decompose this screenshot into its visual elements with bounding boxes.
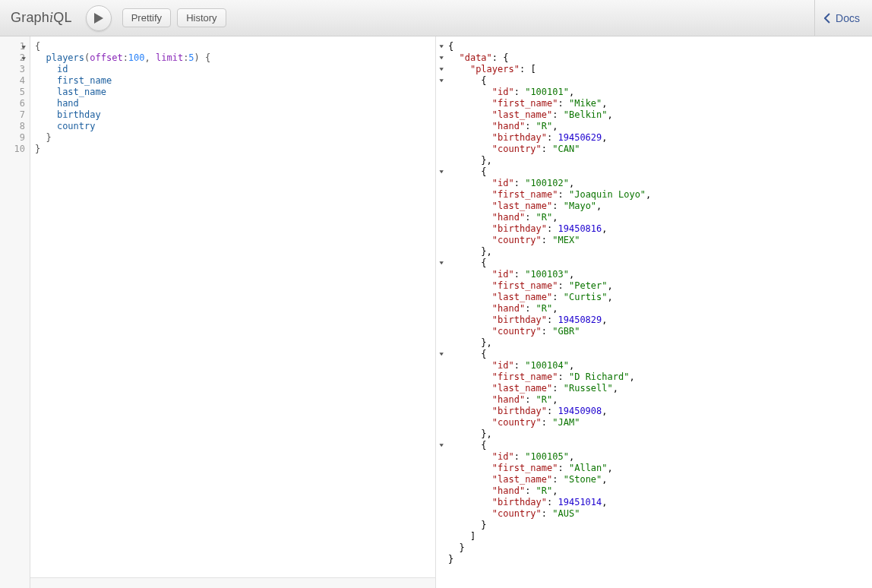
query-line-gutter: 1▼2▼345678910 [0,36,30,588]
history-button[interactable]: History [177,8,226,27]
logo-prefix: Graph [11,10,49,25]
prettify-button[interactable]: Prettify [122,8,171,27]
result-pane: ▼▼▼▼▼▼▼▼ { "data": { "players": [ { "id"… [436,36,872,588]
query-pane: 1▼2▼345678910 { players(offset:100, limi… [0,36,436,588]
variables-panel[interactable] [30,577,435,588]
result-fold-gutter: ▼▼▼▼▼▼▼▼ [436,36,445,588]
chevron-left-icon [824,13,831,24]
result-viewer: { "data": { "players": [ { "id": "100101… [445,36,872,588]
execute-button[interactable] [86,5,112,31]
app-logo: GraphiQL [11,10,72,26]
docs-label: Docs [836,12,860,24]
query-editor[interactable]: { players(offset:100, limit:5) { id firs… [30,36,435,588]
logo-suffix: QL [53,10,71,25]
toolbar: GraphiQL Prettify History Docs [0,0,872,36]
play-icon [94,13,103,24]
editor-split: 1▼2▼345678910 { players(offset:100, limi… [0,36,872,588]
docs-button[interactable]: Docs [814,0,872,36]
